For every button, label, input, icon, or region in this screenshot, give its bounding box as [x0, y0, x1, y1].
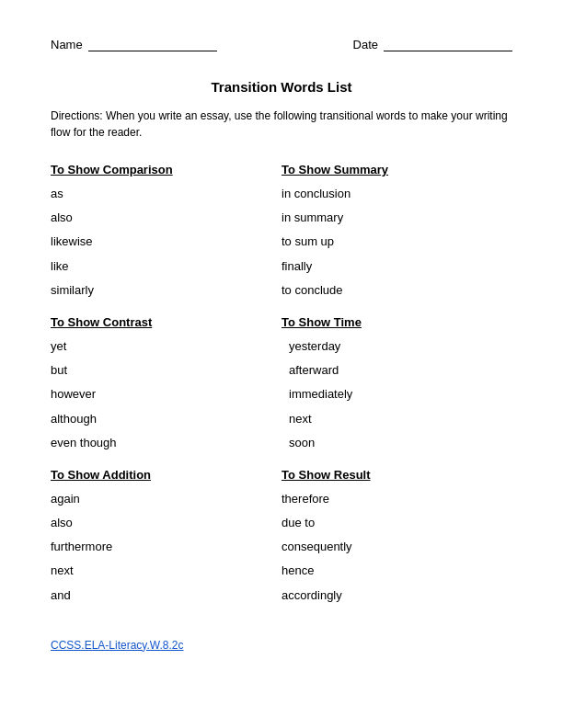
right-word-1-3: next [282, 411, 512, 427]
right-word-2-4: accordingly [282, 587, 512, 604]
right-word-0-4: to conclude [282, 282, 512, 299]
right-section-title-0: To Show Summary [282, 163, 512, 176]
right-word-2-3: hence [282, 563, 512, 579]
left-word-2-2: furthermore [51, 539, 282, 555]
name-line [88, 37, 217, 51]
date-label: Date [353, 38, 378, 51]
right-word-0-0: in conclusion [282, 186, 512, 202]
right-word-1-2: immediately [282, 386, 512, 403]
left-word-1-2: however [51, 386, 282, 403]
right-word-0-2: to sum up [282, 233, 512, 250]
name-field: Name [51, 37, 217, 51]
left-word-1-4: even though [51, 435, 282, 451]
date-line [384, 37, 512, 51]
left-word-2-1: also [51, 515, 282, 531]
right-section-title-1: To Show Time [282, 315, 512, 329]
right-word-1-0: yesterday [282, 338, 512, 355]
left-word-0-4: similarly [51, 282, 282, 299]
right-section-title-2: To Show Result [282, 468, 512, 482]
page-title: Transition Words List [51, 79, 512, 95]
date-field: Date [353, 37, 512, 51]
header: Name Date [51, 37, 512, 51]
left-word-2-0: again [51, 491, 282, 507]
right-column: To Show Summaryin conclusionin summaryto… [282, 163, 512, 611]
right-word-1-4: soon [282, 435, 512, 451]
right-word-2-1: due to [282, 515, 512, 531]
left-word-1-0: yet [51, 338, 282, 355]
left-word-0-1: also [51, 210, 282, 226]
content-columns: To Show Comparisonasalsolikewiselikesimi… [51, 163, 512, 611]
left-word-0-0: as [51, 186, 282, 202]
left-section-title-2: To Show Addition [51, 468, 282, 482]
ccss-link[interactable]: CCSS.ELA-Literacy.W.8.2c [51, 639, 184, 652]
right-word-0-1: in summary [282, 210, 512, 226]
left-word-0-2: likewise [51, 233, 282, 250]
left-word-1-1: but [51, 362, 282, 379]
left-word-1-3: although [51, 411, 282, 427]
left-section-title-0: To Show Comparison [51, 163, 282, 176]
left-column: To Show Comparisonasalsolikewiselikesimi… [51, 163, 282, 611]
left-word-0-3: like [51, 258, 282, 275]
right-word-2-0: therefore [282, 491, 512, 507]
right-word-0-3: finally [282, 258, 512, 275]
name-label: Name [51, 38, 83, 51]
left-section-title-1: To Show Contrast [51, 315, 282, 329]
left-word-2-3: next [51, 563, 282, 579]
left-word-2-4: and [51, 587, 282, 604]
right-word-1-1: afterward [282, 362, 512, 379]
right-word-2-2: consequently [282, 539, 512, 555]
directions-text: Directions: When you write an essay, use… [51, 108, 512, 141]
